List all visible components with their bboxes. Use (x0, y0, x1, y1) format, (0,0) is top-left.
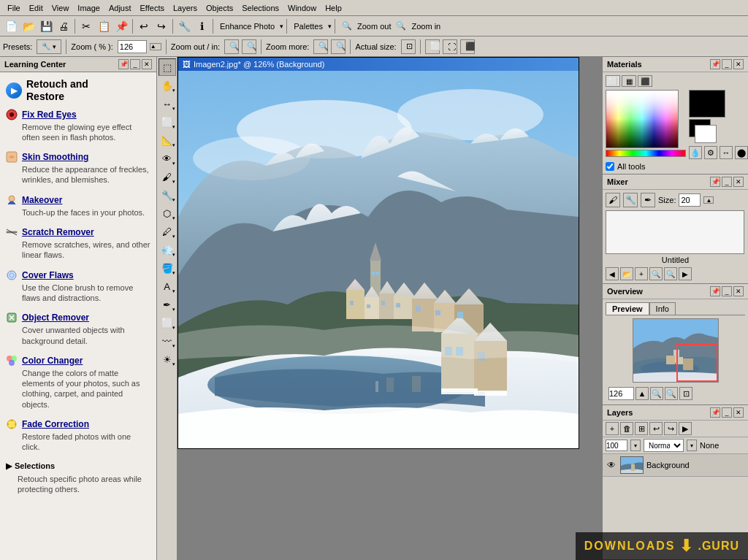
enhance-photo-button[interactable]: Enhance Photo (216, 18, 278, 34)
mixer-tool2[interactable]: 🔧 (623, 193, 638, 207)
tutorial-skin-smoothing[interactable]: Skin Smoothing Reduce the appearance of … (6, 151, 150, 185)
overview-pin[interactable]: 📌 (710, 286, 720, 296)
opacity-dropdown[interactable]: ▾ (630, 440, 641, 451)
tutorial-color-changer[interactable]: Color Changer Change the colors of matte… (6, 355, 150, 410)
layers-pin[interactable]: 📌 (710, 407, 720, 418)
skin-smoothing-title[interactable]: Skin Smoothing (22, 152, 88, 162)
straighten-tool[interactable]: 📐 (159, 131, 176, 149)
layers-redo[interactable]: ↪ (664, 422, 677, 435)
redo-button[interactable]: ↪ (153, 18, 169, 34)
zoom-in-small[interactable]: 🔍 (242, 39, 256, 54)
palettes-button[interactable]: Palettes (290, 18, 327, 34)
zoom-out-small[interactable]: 🔍 (224, 39, 239, 54)
flood-fill-tool[interactable]: 🪣 (159, 259, 176, 277)
new-button[interactable]: 📄 (3, 18, 19, 34)
move-tool[interactable]: ✋ (159, 77, 176, 94)
tutorial-makeover[interactable]: Makeover Touch-up the faces in your phot… (6, 194, 150, 218)
background-swatch[interactable] (695, 125, 717, 143)
overview-preview-tab[interactable]: Preview (606, 302, 649, 315)
zoom-input[interactable] (118, 40, 147, 53)
blend-dropdown[interactable]: ▾ (687, 440, 697, 451)
layers-close[interactable]: ✕ (733, 407, 744, 418)
mixer-size-input[interactable] (679, 193, 701, 207)
crop-tool[interactable]: ⬜ (159, 113, 176, 131)
mixer-minimize[interactable]: _ (722, 177, 732, 187)
clone-tool[interactable]: 🖌 (159, 168, 176, 185)
pen-tool[interactable]: ✒ (159, 296, 176, 313)
object-remover-title[interactable]: Object Remover (22, 312, 89, 323)
info-button[interactable]: ℹ (194, 18, 210, 34)
selections-label[interactable]: Selections (15, 461, 55, 470)
mixer-size-up[interactable]: ▲ (703, 196, 714, 204)
materials-close[interactable]: ✕ (733, 59, 744, 69)
menu-window[interactable]: Window (283, 2, 321, 14)
panel-close-button[interactable]: ✕ (142, 59, 152, 69)
menu-layers[interactable]: Layers (169, 2, 202, 14)
menu-help[interactable]: Help (321, 2, 346, 14)
zoom-spin-up[interactable]: ▲ (150, 43, 161, 50)
erase-tool[interactable]: ⬜ (159, 314, 176, 331)
tutorial-fade-correction[interactable]: Fade Correction Restore faded photos wit… (6, 418, 150, 453)
text-tool[interactable]: A (159, 277, 176, 295)
tutorial-scratch-remover[interactable]: Scratch Remover Remove scratches, wires,… (6, 226, 150, 261)
layers-delete[interactable]: 🗑 (620, 422, 633, 435)
mixer-next[interactable]: ▶ (679, 267, 692, 280)
hue-bar[interactable] (606, 150, 686, 157)
swap-colors-btn[interactable]: ↔ (720, 146, 733, 159)
zoom-in-button[interactable]: 🔍 (392, 18, 410, 34)
mixer-tool1[interactable]: 🖌 (606, 193, 620, 207)
materials-tab-gradient[interactable]: ▦ (622, 75, 636, 87)
undo-button[interactable]: ↩ (136, 18, 152, 34)
full-screen-btn[interactable]: ⛶ (443, 39, 457, 54)
mixer-close[interactable]: ✕ (733, 177, 744, 187)
scratch-remover-title[interactable]: Scratch Remover (22, 227, 94, 237)
mixer-prev[interactable]: ◀ (606, 267, 619, 280)
overview-zoom-up[interactable]: ▲ (636, 387, 649, 400)
tutorial-object-remover[interactable]: Object Remover Cover unwanted objects wi… (6, 312, 150, 346)
overview-zoom-input[interactable] (608, 387, 634, 400)
menu-image[interactable]: Image (73, 2, 104, 14)
mixer-tool3[interactable]: ✒ (641, 193, 655, 207)
fix-red-eyes-title[interactable]: Fix Red Eyes (22, 110, 77, 120)
cut-button[interactable]: ✂ (78, 18, 94, 34)
zoom-out-button[interactable]: 🔍 (338, 18, 356, 34)
object-remover-tool[interactable]: ⬡ (159, 204, 176, 222)
color-options-btn[interactable]: ⚙ (704, 146, 717, 159)
color-spectrum[interactable] (606, 90, 679, 148)
layers-undo[interactable]: ↩ (649, 422, 663, 435)
print-button[interactable]: 🖨 (56, 18, 72, 34)
makeover-title[interactable]: Makeover (22, 195, 62, 205)
actual-size-button[interactable]: ⊡ (401, 39, 416, 54)
overview-zoom-minus[interactable]: 🔍 (650, 387, 663, 400)
layer-background[interactable]: 👁 Background (603, 454, 748, 477)
layers-new[interactable]: + (606, 422, 619, 435)
tutorial-fix-red-eyes[interactable]: Fix Red Eyes Remove the glowing eye effe… (6, 109, 150, 143)
layers-opacity-input[interactable] (606, 440, 627, 451)
layers-more[interactable]: ▶ (679, 422, 692, 435)
select-tool[interactable]: ⬚ (159, 58, 176, 76)
overview-zoom-fit[interactable]: ⊡ (679, 387, 692, 400)
fit-image-btn[interactable]: ⬛ (460, 39, 475, 54)
mixer-canvas[interactable] (606, 210, 744, 254)
mixer-add[interactable]: + (635, 267, 648, 280)
eyedropper-btn[interactable]: 💧 (689, 146, 702, 159)
scratch-tool[interactable]: 🔧 (159, 186, 176, 204)
menu-edit[interactable]: Edit (25, 2, 47, 14)
mixer-zoom-in[interactable]: 🔍 (664, 267, 677, 280)
overview-minimize[interactable]: _ (722, 286, 732, 296)
menu-file[interactable]: File (3, 2, 25, 14)
selections-section[interactable]: ▶ Selections (6, 461, 150, 471)
layers-minimize[interactable]: _ (722, 407, 732, 418)
menu-view[interactable]: View (47, 2, 74, 14)
deform-tool[interactable]: ↔ (159, 95, 176, 112)
zoom-more-plus[interactable]: 🔍 (331, 39, 346, 54)
paint-brush-tool[interactable]: 🖊 (159, 223, 176, 240)
paste-button[interactable]: 📌 (113, 18, 129, 34)
layers-group[interactable]: ⊞ (635, 422, 648, 435)
overview-info-tab[interactable]: Info (649, 302, 676, 315)
all-tools-checkbox[interactable] (606, 162, 614, 171)
menu-effects[interactable]: Effects (136, 2, 169, 14)
red-eye-tool[interactable]: 👁 (159, 150, 176, 167)
materials-pin[interactable]: 📌 (710, 59, 720, 69)
layer-visibility-icon[interactable]: 👁 (606, 459, 617, 471)
